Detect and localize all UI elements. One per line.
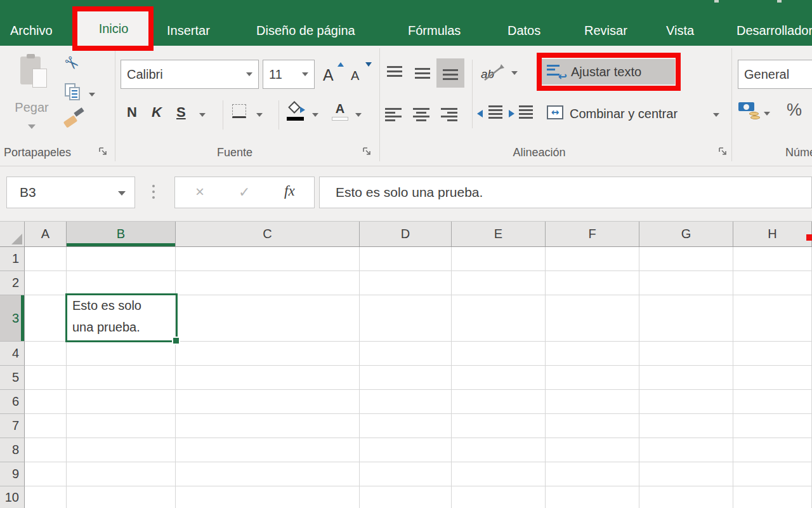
increase-font-size-icon[interactable]: A	[321, 61, 345, 89]
borders-dropdown-caret[interactable]	[256, 113, 263, 117]
font-color-caret[interactable]	[355, 113, 362, 117]
column-header-H[interactable]: H	[733, 222, 812, 246]
cell-G10[interactable]	[639, 486, 733, 508]
cell-C8[interactable]	[176, 438, 360, 462]
cell-E10[interactable]	[452, 486, 546, 508]
cell-C7[interactable]	[176, 414, 360, 438]
cell-B8[interactable]	[67, 438, 176, 462]
cell-E9[interactable]	[452, 462, 546, 486]
cell-H2[interactable]	[733, 271, 812, 295]
cell-G5[interactable]	[639, 366, 733, 390]
cell-G3[interactable]	[639, 295, 733, 342]
font-size-combo[interactable]: 11	[263, 60, 315, 89]
align-left-button[interactable]	[379, 100, 407, 130]
cell-C5[interactable]	[176, 366, 360, 390]
cell-E5[interactable]	[452, 366, 546, 390]
cell-F10[interactable]	[546, 486, 639, 508]
increase-indent-icon[interactable]	[508, 105, 533, 121]
wrap-text-button[interactable]: ↩ Ajustar texto	[542, 59, 675, 84]
cell-D7[interactable]	[360, 414, 452, 438]
tab-revisar[interactable]: Revisar	[584, 23, 627, 38]
align-center-button[interactable]	[407, 100, 435, 130]
cell-F3[interactable]	[546, 295, 639, 342]
cell-E4[interactable]	[452, 342, 546, 366]
italic-button[interactable]: K	[152, 104, 162, 121]
insert-function-icon[interactable]: fx	[284, 183, 295, 199]
decrease-indent-icon[interactable]	[477, 105, 502, 121]
orientation-caret[interactable]	[511, 71, 518, 75]
tab-datos[interactable]: Datos	[508, 23, 540, 38]
cell-F5[interactable]	[546, 366, 639, 390]
borders-icon[interactable]	[232, 104, 246, 118]
formula-bar-input[interactable]: Esto es solo una prueba.	[319, 177, 812, 208]
copy-dropdown-caret[interactable]	[89, 93, 95, 97]
cell-E3[interactable]	[452, 295, 546, 342]
name-box[interactable]: B3	[6, 177, 135, 208]
cell-G7[interactable]	[639, 414, 733, 438]
row-header-3[interactable]: 3	[0, 295, 25, 342]
cell-F7[interactable]	[546, 414, 639, 438]
accounting-format-icon[interactable]	[738, 102, 760, 119]
copy-icon[interactable]	[65, 83, 82, 101]
cell-H1[interactable]	[733, 247, 812, 271]
row-header-5[interactable]: 5	[0, 366, 25, 390]
align-top-button[interactable]	[381, 58, 409, 88]
tab-archivo[interactable]: Archivo	[10, 23, 53, 38]
align-middle-button[interactable]	[409, 58, 436, 88]
cell-C6[interactable]	[176, 390, 360, 414]
cancel-icon[interactable]: ×	[195, 183, 204, 201]
cell-B6[interactable]	[67, 390, 176, 414]
cell-B10[interactable]	[67, 486, 176, 508]
cell-G6[interactable]	[639, 390, 733, 414]
cell-B7[interactable]	[67, 414, 176, 438]
cell-H3[interactable]	[733, 295, 812, 342]
cell-D3[interactable]	[360, 295, 452, 342]
cell-D8[interactable]	[360, 438, 452, 462]
cell-A4[interactable]	[25, 342, 67, 366]
merge-center-button[interactable]: Combinar y centrar	[570, 107, 678, 121]
fill-handle[interactable]	[172, 337, 180, 345]
column-header-A[interactable]: A	[25, 222, 67, 246]
cell-B9[interactable]	[67, 462, 176, 486]
cell-C1[interactable]	[176, 247, 360, 271]
cell-C10[interactable]	[176, 486, 360, 508]
font-family-combo[interactable]: Calibri	[121, 60, 259, 89]
align-right-button[interactable]	[435, 100, 463, 130]
cell-G8[interactable]	[639, 438, 733, 462]
cell-D1[interactable]	[360, 247, 452, 271]
cell-E6[interactable]	[452, 390, 546, 414]
font-size-caret[interactable]	[302, 72, 308, 76]
align-bottom-button[interactable]	[436, 58, 464, 88]
row-header-8[interactable]: 8	[0, 438, 25, 462]
cell-F1[interactable]	[546, 247, 639, 271]
underline-button[interactable]: S	[176, 104, 186, 121]
cell-B2[interactable]	[67, 271, 176, 295]
row-header-6[interactable]: 6	[0, 390, 25, 414]
tab-formulas[interactable]: Fórmulas	[408, 23, 461, 38]
paste-dropdown-caret[interactable]	[28, 124, 36, 129]
format-painter-icon[interactable]	[64, 108, 84, 127]
tab-vista[interactable]: Vista	[666, 23, 694, 38]
cell-G1[interactable]	[639, 247, 733, 271]
accounting-format-caret[interactable]	[764, 112, 770, 116]
cell-H8[interactable]	[733, 438, 812, 462]
row-header-2[interactable]: 2	[0, 271, 25, 295]
row-header-9[interactable]: 9	[0, 462, 25, 486]
font-dialog-launcher-icon[interactable]	[362, 147, 372, 156]
cell-A6[interactable]	[25, 390, 67, 414]
fill-color-icon[interactable]	[287, 102, 306, 121]
cell-C9[interactable]	[176, 462, 360, 486]
orientation-button[interactable]: ab	[480, 62, 508, 84]
cell-F8[interactable]	[546, 438, 639, 462]
select-all-button[interactable]	[0, 222, 25, 246]
merge-center-icon[interactable]: ↔	[547, 105, 563, 119]
column-header-B[interactable]: B	[67, 222, 176, 246]
cell-D9[interactable]	[360, 462, 452, 486]
cell-F2[interactable]	[546, 271, 639, 295]
cell-H9[interactable]	[733, 462, 812, 486]
cell-H6[interactable]	[733, 390, 812, 414]
alignment-dialog-launcher-icon[interactable]	[718, 147, 728, 156]
row-header-7[interactable]: 7	[0, 414, 25, 438]
cell-A9[interactable]	[25, 462, 67, 486]
font-color-icon[interactable]: A	[331, 102, 349, 121]
